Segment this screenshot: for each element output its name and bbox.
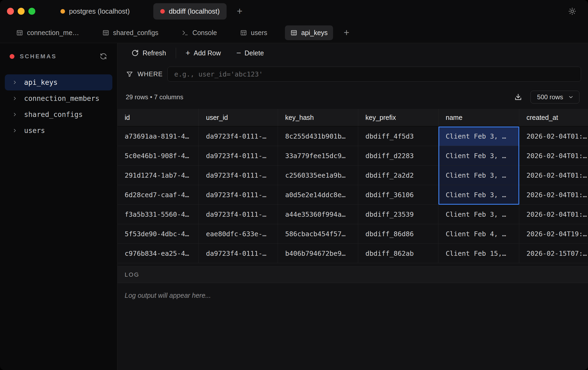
refresh-button[interactable]: Refresh <box>131 49 166 57</box>
table-row: 5c0e46b1-908f-4… da9723f4-0111-… 33a779f… <box>117 146 588 166</box>
column-header-key-hash[interactable]: key_hash <box>278 109 358 127</box>
log-header[interactable]: LOG <box>117 266 588 283</box>
cell-user-id[interactable]: da9723f4-0111-… <box>199 166 278 185</box>
minimize-button[interactable] <box>18 8 25 15</box>
cell-id[interactable]: 5f53de90-4dbc-4… <box>117 224 199 244</box>
cell-key-hash[interactable]: a0d5e2e14ddc8e… <box>278 185 358 205</box>
terminal-icon <box>181 29 189 36</box>
cell-key-hash[interactable]: b406b794672be9… <box>278 244 358 263</box>
cell-created-at[interactable]: 2026-02-04T01:… <box>519 205 588 224</box>
column-header-name[interactable]: name <box>438 109 519 127</box>
schema-list: api_keys connection_members shared_confi… <box>0 67 117 139</box>
table-tabbar: connection_me… shared_configs Console <box>0 22 588 43</box>
cell-name[interactable]: Client Feb 3, … <box>438 205 519 224</box>
cell-key-prefix[interactable]: dbdiff_36106 <box>358 185 438 205</box>
delete-button[interactable]: − Delete <box>236 49 264 57</box>
cell-name[interactable]: Client Feb 15,… <box>438 244 519 263</box>
cell-user-id[interactable]: da9723f4-0111-… <box>199 127 278 146</box>
cell-created-at[interactable]: 2026-02-15T07:… <box>519 244 588 263</box>
cell-user-id[interactable]: da9723f4-0111-… <box>199 244 278 263</box>
sidebar: SCHEMAS api_keys <box>0 43 117 370</box>
cell-name[interactable]: Client Feb 3, … <box>438 166 519 185</box>
cell-user-id[interactable]: da9723f4-0111-… <box>199 185 278 205</box>
column-header-id[interactable]: id <box>117 109 199 127</box>
tab-api-keys[interactable]: api_keys <box>285 25 333 40</box>
connection-tab-label: postgres (localhost) <box>69 7 130 16</box>
connection-status-dot <box>160 9 165 14</box>
export-button[interactable] <box>514 93 522 101</box>
where-input[interactable] <box>167 67 581 82</box>
chevron-right-icon <box>12 96 17 101</box>
tab-shared-configs[interactable]: shared_configs <box>97 25 164 40</box>
cell-name[interactable]: Client Feb 3, … <box>438 127 519 146</box>
refresh-label: Refresh <box>143 49 166 57</box>
sidebar-item-api-keys[interactable]: api_keys <box>5 74 112 90</box>
cell-key-prefix[interactable]: dbdiff_23539 <box>358 205 438 224</box>
traffic-lights <box>7 8 35 15</box>
tab-users[interactable]: users <box>235 25 273 40</box>
cell-id[interactable]: a73691aa-8191-4… <box>117 127 199 146</box>
column-header-user-id[interactable]: user_id <box>199 109 278 127</box>
column-header-created-at[interactable]: created_at <box>519 109 588 127</box>
cell-id[interactable]: 6d28ced7-caaf-4… <box>117 185 199 205</box>
tab-console[interactable]: Console <box>176 25 222 40</box>
cell-created-at[interactable]: 2026-02-04T19:… <box>519 224 588 244</box>
cell-key-hash[interactable]: 33a779fee15dc9… <box>278 146 358 166</box>
tab-connection-members[interactable]: connection_me… <box>11 25 85 40</box>
cell-key-hash[interactable]: a44e35360f994a… <box>278 205 358 224</box>
sidebar-item-shared-configs[interactable]: shared_configs <box>5 106 112 123</box>
sidebar-item-label: api_keys <box>24 78 58 86</box>
cell-user-id[interactable]: da9723f4-0111-… <box>199 146 278 166</box>
cell-name[interactable]: Client Feb 3, … <box>438 185 519 205</box>
connection-tab-dbdiff[interactable]: dbdiff (localhost) <box>153 3 227 20</box>
cell-key-prefix[interactable]: dbdiff_4f5d3 <box>358 127 438 146</box>
cell-key-hash[interactable]: c2560335ee1a9b… <box>278 166 358 185</box>
cell-id[interactable]: c976b834-ea25-4… <box>117 244 199 263</box>
table-icon <box>102 29 109 36</box>
filter-row: WHERE <box>117 63 588 85</box>
close-button[interactable] <box>7 8 14 15</box>
cell-name[interactable]: Client Feb 4, … <box>438 224 519 244</box>
cell-created-at[interactable]: 2026-02-04T01:… <box>519 127 588 146</box>
row-limit-select[interactable]: 500 rows <box>530 91 579 104</box>
connection-tab-postgres[interactable]: postgres (localhost) <box>54 3 137 20</box>
cell-created-at[interactable]: 2026-02-04T01:… <box>519 166 588 185</box>
cell-key-hash[interactable]: 586cbacb454f57… <box>278 224 358 244</box>
sidebar-item-users[interactable]: users <box>5 123 112 139</box>
column-header-key-prefix[interactable]: key_prefix <box>358 109 438 127</box>
status-row: 29 rows • 7 columns 500 rows <box>117 85 588 109</box>
new-connection-tab-button[interactable]: + <box>237 6 242 16</box>
sidebar-item-label: connection_members <box>24 94 100 102</box>
refresh-schemas-button[interactable] <box>99 52 108 60</box>
table-icon <box>16 29 23 36</box>
cell-key-prefix[interactable]: dbdiff_86d86 <box>358 224 438 244</box>
cell-user-id[interactable]: eae80dfc-633e-… <box>199 224 278 244</box>
cell-id[interactable]: 5c0e46b1-908f-4… <box>117 146 199 166</box>
minus-icon: − <box>236 49 241 57</box>
sun-icon <box>568 7 577 16</box>
add-row-button[interactable]: + Add Row <box>186 49 221 57</box>
new-table-tab-button[interactable]: + <box>344 28 349 37</box>
cell-created-at[interactable]: 2026-02-04T01:… <box>519 185 588 205</box>
cell-key-prefix[interactable]: dbdiff_2a2d2 <box>358 166 438 185</box>
tab-label: connection_me… <box>27 29 79 37</box>
cell-created-at[interactable]: 2026-02-04T01:… <box>519 146 588 166</box>
cell-user-id[interactable]: da9723f4-0111-… <box>199 205 278 224</box>
schemas-status-dot <box>10 54 14 59</box>
cell-key-prefix[interactable]: dbdiff_d2283 <box>358 146 438 166</box>
cell-key-hash[interactable]: 8c255d431b901b… <box>278 127 358 146</box>
cell-id[interactable]: f3a5b331-5560-4… <box>117 205 199 224</box>
add-row-label: Add Row <box>194 49 221 57</box>
cell-name[interactable]: Client Feb 3, … <box>438 146 519 166</box>
zoom-button[interactable] <box>28 8 35 15</box>
download-icon <box>514 93 522 101</box>
sidebar-item-connection-members[interactable]: connection_members <box>5 90 112 106</box>
theme-toggle-button[interactable] <box>568 7 577 16</box>
log-placeholder: Log output will appear here... <box>125 292 211 299</box>
cell-key-prefix[interactable]: dbdiff_862ab <box>358 244 438 263</box>
tab-label: Console <box>192 29 217 37</box>
tab-label: users <box>251 29 267 37</box>
table-row: 6d28ced7-caaf-4… da9723f4-0111-… a0d5e2e… <box>117 185 588 205</box>
table-row: 291d1274-1ab7-4… da9723f4-0111-… c256033… <box>117 166 588 185</box>
cell-id[interactable]: 291d1274-1ab7-4… <box>117 166 199 185</box>
